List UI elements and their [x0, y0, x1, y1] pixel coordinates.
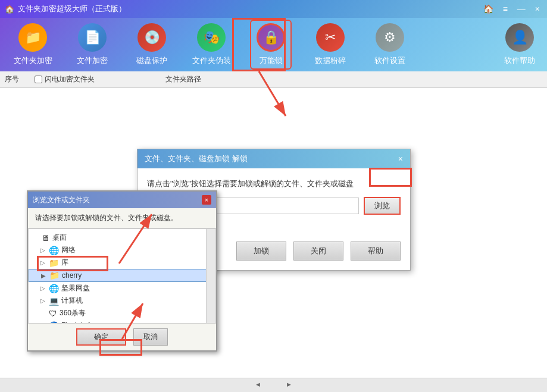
- settings-icon: ⚙: [376, 23, 404, 52]
- toolbar-data-shred[interactable]: ✂ 数据粉碎: [310, 23, 351, 66]
- 360-icon: 🛡: [49, 309, 57, 318]
- titlebar-close-btn[interactable]: ×: [533, 4, 542, 14]
- expand-icon: ▷: [40, 297, 46, 304]
- app-icon: 🏠: [5, 5, 14, 14]
- tree-item-360[interactable]: 🛡 360杀毒: [29, 307, 215, 319]
- table-header: 序号 闪电加密文件夹 文件夹路径: [0, 71, 547, 88]
- tree-item-jianguo[interactable]: ▷ 🌐 坚果网盘: [29, 282, 215, 294]
- desktop-icon: 🖥: [42, 233, 50, 243]
- toolbar-help[interactable]: 👤 软件帮助: [504, 23, 535, 66]
- tree-item-cherry[interactable]: ▶ 📁 cherry: [29, 269, 215, 282]
- col-path-label: 文件夹路径: [165, 75, 201, 83]
- expand-icon: ▷: [40, 259, 46, 266]
- data-shred-icon: ✂: [316, 23, 345, 52]
- status-right-arrow: ►: [286, 381, 292, 390]
- computer-icon: 💻: [49, 296, 59, 306]
- col-flash-label: 闪电加密文件夹: [45, 74, 95, 84]
- folder-encrypt-label: 文件夹加密: [14, 55, 52, 66]
- main-content: 序号 闪电加密文件夹 文件夹路径 文件、文件夹、磁盘加锁 解锁 × 请点击"浏览…: [0, 71, 547, 378]
- browse-cancel-btn[interactable]: 取消: [133, 328, 168, 346]
- help-icon: 👤: [505, 23, 534, 52]
- tree-item-desktop[interactable]: 🖥 桌面: [29, 231, 215, 244]
- dialog-lock-title-bar: 文件、文件夹、磁盘加锁 解锁 ×: [137, 149, 410, 168]
- tree-label-flash: Flash中心: [61, 321, 93, 324]
- browse-ok-btn[interactable]: 确定: [76, 328, 126, 346]
- tree-label-cherry: cherry: [62, 271, 82, 280]
- app-title: 文件夹加密超级大师（正式版）: [18, 4, 126, 14]
- toolbar-disk-protect[interactable]: 💿 磁盘保护: [131, 23, 173, 66]
- master-lock-label: 万能锁: [260, 55, 283, 66]
- titlebar-home-btn[interactable]: 🏠: [481, 4, 496, 14]
- status-center: [264, 381, 283, 390]
- library-icon: 📁: [49, 258, 59, 268]
- status-bar: ◄ ►: [0, 378, 547, 392]
- jianguo-icon: 🌐: [49, 284, 59, 293]
- flash-checkbox[interactable]: [35, 76, 42, 83]
- dialog-help-btn[interactable]: 帮助: [351, 242, 401, 261]
- tree-label-network: 网络: [61, 245, 76, 255]
- dialog-browse-title-text: 浏览文件或文件夹: [33, 195, 90, 205]
- dialog-browse-footer: 确定 取消: [28, 324, 216, 350]
- folder-encrypt-icon: 📁: [18, 23, 47, 52]
- toolbar: 📁 文件夹加密 📄 文件加密 💿 磁盘保护 🎭 文件夹伪装 🔒 万能锁 ✂ 数据…: [0, 18, 547, 71]
- tree-label-library: 库: [61, 258, 68, 268]
- disk-protect-icon: 💿: [137, 23, 166, 52]
- help-label: 软件帮助: [504, 55, 535, 66]
- scrollbar[interactable]: [206, 229, 215, 323]
- master-lock-icon: 🔒: [257, 23, 285, 52]
- toolbar-master-lock[interactable]: 🔒 万能锁: [250, 20, 292, 70]
- cherry-folder-icon: 📁: [49, 271, 60, 280]
- toolbar-folder-disguise[interactable]: 🎭 文件夹伪装: [190, 23, 232, 66]
- titlebar-minimize-btn[interactable]: —: [515, 4, 528, 14]
- settings-label: 软件设置: [374, 55, 405, 66]
- file-encrypt-icon: 📄: [78, 23, 107, 52]
- dialog-browse-title-bar: 浏览文件或文件夹 ×: [28, 192, 216, 208]
- tree-item-network[interactable]: ▷ 🌐 网络: [29, 244, 215, 256]
- dialog-browse-close-btn[interactable]: ×: [202, 195, 211, 205]
- data-shred-label: 数据粉碎: [315, 55, 346, 66]
- dialog-browse: 浏览文件或文件夹 × 请选择要加锁或解锁的文件、文件夹或磁盘。 🖥 桌面 ▷ 🌐…: [27, 190, 217, 352]
- col-num-label: 序号: [5, 74, 19, 84]
- title-bar: 🏠 文件夹加密超级大师（正式版） 🏠 ≡ — ×: [0, 0, 547, 18]
- titlebar-menu-btn[interactable]: ≡: [501, 4, 510, 14]
- tree-label-360: 360杀毒: [60, 308, 86, 318]
- dialog-browse-tree[interactable]: 🖥 桌面 ▷ 🌐 网络 ▷ 📁 库 ▶ 📁 cherry ▷ 🌐 坚果: [28, 228, 216, 324]
- col-num: 序号: [5, 74, 35, 84]
- status-left-arrow: ◄: [255, 381, 261, 390]
- expand-icon: ▷: [40, 247, 46, 253]
- file-encrypt-label: 文件加密: [77, 55, 108, 66]
- dialog-lock-browse-btn[interactable]: 浏览: [364, 197, 401, 215]
- dialog-lock-title-text: 文件、文件夹、磁盘加锁 解锁: [145, 153, 248, 164]
- folder-disguise-icon: 🎭: [197, 23, 226, 52]
- title-bar-left: 🏠 文件夹加密超级大师（正式版）: [5, 4, 126, 14]
- disk-protect-label: 磁盘保护: [136, 55, 167, 66]
- toolbar-folder-encrypt[interactable]: 📁 文件夹加密: [12, 23, 54, 66]
- col-flash: 闪电加密文件夹: [35, 74, 165, 84]
- folder-disguise-label: 文件夹伪装: [192, 55, 231, 66]
- toolbar-file-encrypt[interactable]: 📄 文件加密: [71, 23, 113, 66]
- dialog-lock-close-btn[interactable]: ×: [398, 154, 403, 164]
- toolbar-settings[interactable]: ⚙ 软件设置: [369, 23, 411, 66]
- dialog-close-btn[interactable]: 关闭: [293, 242, 343, 261]
- tree-item-computer[interactable]: ▷ 💻 计算机: [29, 294, 215, 307]
- status-arrows: ◄ ►: [255, 381, 292, 390]
- tree-label-desktop: 桌面: [52, 233, 67, 243]
- network-icon: 🌐: [49, 246, 59, 255]
- dialog-browse-desc: 请选择要加锁或解锁的文件、文件夹或磁盘。: [28, 208, 216, 228]
- expand-icon: ▶: [41, 272, 47, 279]
- title-bar-controls: 🏠 ≡ — ×: [481, 4, 542, 14]
- col-path: 文件夹路径: [165, 74, 542, 84]
- tree-item-flash[interactable]: 🔵 Flash中心: [29, 319, 215, 324]
- tree-label-computer: 计算机: [61, 296, 83, 306]
- tree-item-library[interactable]: ▷ 📁 库: [29, 256, 215, 269]
- expand-icon: ▷: [40, 285, 46, 291]
- dialog-lock-desc: 请点击"浏览"按钮选择需要加锁或解锁的文件、文件夹或磁盘: [147, 178, 401, 190]
- flash-icon: 🔵: [49, 321, 59, 324]
- tree-label-jianguo: 坚果网盘: [61, 283, 90, 293]
- dialog-lock-btn[interactable]: 加锁: [236, 242, 286, 261]
